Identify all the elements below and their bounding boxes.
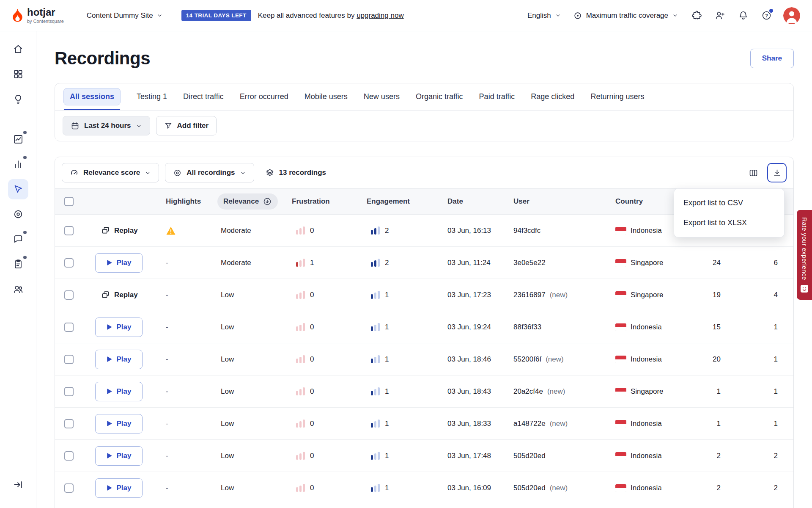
pages-count: 20 xyxy=(713,355,721,364)
sidebar-item-surveys[interactable] xyxy=(8,254,28,274)
export-option-csv[interactable]: Export list to CSV xyxy=(674,193,784,213)
relevance-value: Low xyxy=(221,484,234,492)
actions-count: 1 xyxy=(774,387,778,396)
column-label-frustration: Frustration xyxy=(292,197,330,206)
play-button[interactable]: Play xyxy=(95,318,143,337)
pages-count: 19 xyxy=(713,291,721,299)
tab-organic-traffic[interactable]: Organic traffic xyxy=(416,92,463,101)
new-user-tag: (new) xyxy=(550,291,568,299)
warning-icon xyxy=(166,226,176,235)
row-relevance-cell: Moderate xyxy=(216,259,287,267)
replay-button[interactable]: Replay xyxy=(101,290,138,299)
play-button[interactable]: Play xyxy=(95,382,143,401)
row-country-cell: Indonesia xyxy=(610,452,689,460)
row-country-cell: Indonesia xyxy=(610,323,689,331)
traffic-coverage-selector[interactable]: Maximum traffic coverage xyxy=(573,11,678,20)
share-button[interactable]: Share xyxy=(750,49,794,68)
site-selector[interactable]: Content Dummy Site xyxy=(87,11,163,20)
bar-chart-icon xyxy=(13,159,24,170)
hotjar-logo[interactable]: hotjar by Contentsquare xyxy=(12,7,64,24)
export-option-xlsx[interactable]: Export list to XLSX xyxy=(674,213,784,233)
select-all-checkbox[interactable] xyxy=(64,197,74,206)
invite-user-button[interactable] xyxy=(713,9,726,22)
row-checkbox[interactable] xyxy=(64,258,74,268)
play-triangle-icon xyxy=(107,485,112,491)
sidebar-item-recordings[interactable] xyxy=(8,179,28,199)
row-frustration-cell: 0 xyxy=(287,484,362,492)
sidebar-item-home[interactable] xyxy=(8,39,28,59)
play-button[interactable]: Play xyxy=(95,446,143,466)
user-avatar[interactable] xyxy=(783,7,800,24)
tab-returning-users[interactable]: Returning users xyxy=(590,92,644,101)
tab-mobile-users[interactable]: Mobile users xyxy=(304,92,348,101)
row-pages-cell: 24 xyxy=(689,259,723,267)
relevance-value: Moderate xyxy=(221,226,251,235)
relevance-sort-pill[interactable]: Relevance xyxy=(217,193,278,210)
tab-testing-1[interactable]: Testing 1 xyxy=(137,92,167,101)
play-button[interactable]: Play xyxy=(95,478,143,498)
sidebar-item-trends[interactable] xyxy=(8,129,28,149)
export-button[interactable] xyxy=(767,163,787,182)
row-checkbox[interactable] xyxy=(64,451,74,461)
columns-icon xyxy=(749,168,758,178)
row-checkbox[interactable] xyxy=(64,290,74,300)
row-pages-cell: 19 xyxy=(689,291,723,299)
tab-direct-traffic[interactable]: Direct traffic xyxy=(183,92,224,101)
row-checkbox[interactable] xyxy=(64,387,74,396)
help-button[interactable]: ? xyxy=(760,9,773,22)
sidebar-item-dashboard[interactable] xyxy=(8,64,28,84)
sidebar-item-interviews[interactable] xyxy=(8,279,28,299)
row-pages-cell: 15 xyxy=(689,323,723,331)
scope-selector-button[interactable]: All recordings xyxy=(165,163,254,182)
user-id: a148722e xyxy=(513,420,546,428)
frustration-score: 0 xyxy=(310,387,314,396)
add-filter-button[interactable]: Add filter xyxy=(156,116,217,135)
upgrade-link[interactable]: upgrading now xyxy=(357,11,404,19)
sidebar-item-feedback[interactable] xyxy=(8,229,28,249)
country-name: Singapore xyxy=(631,259,664,267)
row-relevance-cell: Low xyxy=(216,420,287,428)
help-notification-dot xyxy=(769,9,773,13)
country-name: Indonesia xyxy=(631,226,662,235)
rate-experience-tab[interactable]: Rate your experience xyxy=(797,210,812,300)
coverage-ring-icon xyxy=(573,11,582,20)
row-pages-cell: 2 xyxy=(689,452,723,460)
replay-button[interactable]: Replay xyxy=(101,226,138,235)
row-relevance-cell: Moderate xyxy=(216,226,287,235)
tab-rage-clicked[interactable]: Rage clicked xyxy=(531,92,574,101)
tab-new-users[interactable]: New users xyxy=(364,92,400,101)
flag-singapore-icon xyxy=(615,259,626,267)
row-engagement-cell: 2 xyxy=(362,259,442,267)
bell-icon xyxy=(738,10,749,21)
row-checkbox[interactable] xyxy=(64,226,74,235)
tab-error-occurred[interactable]: Error occurred xyxy=(240,92,288,101)
row-checkbox[interactable] xyxy=(64,355,74,364)
sidebar-item-funnels[interactable] xyxy=(8,154,28,174)
play-button[interactable]: Play xyxy=(95,350,143,369)
session-date: 03 Jun, 19:24 xyxy=(447,323,491,331)
date-range-button[interactable]: Last 24 hours xyxy=(63,116,150,135)
row-date-cell: 03 Jun, 17:23 xyxy=(442,291,508,299)
sort-selector-button[interactable]: Relevance score xyxy=(62,163,159,182)
row-checkbox[interactable] xyxy=(64,483,74,493)
play-button[interactable]: Play xyxy=(95,253,143,273)
language-selector[interactable]: English xyxy=(527,11,561,20)
play-button[interactable]: Play xyxy=(95,414,143,433)
manage-columns-button[interactable] xyxy=(743,163,763,182)
notification-dot xyxy=(23,156,27,159)
row-pages-cell: 1 xyxy=(689,387,723,396)
integrations-button[interactable] xyxy=(690,9,703,22)
tab-paid-traffic[interactable]: Paid traffic xyxy=(479,92,515,101)
target-icon xyxy=(173,168,182,177)
tab-all-sessions[interactable]: All sessions xyxy=(63,88,121,105)
sidebar-item-heatmaps[interactable] xyxy=(8,204,28,224)
column-label-date: Date xyxy=(447,197,463,206)
frustration-score: 1 xyxy=(310,259,314,267)
row-country-cell: Singapore xyxy=(610,259,689,267)
sidebar-collapse-button[interactable] xyxy=(8,475,28,495)
flag-indonesia-icon xyxy=(615,452,626,460)
row-checkbox[interactable] xyxy=(64,323,74,332)
sidebar-item-highlights[interactable] xyxy=(8,89,28,109)
notifications-button[interactable] xyxy=(737,9,749,22)
row-checkbox[interactable] xyxy=(64,419,74,428)
